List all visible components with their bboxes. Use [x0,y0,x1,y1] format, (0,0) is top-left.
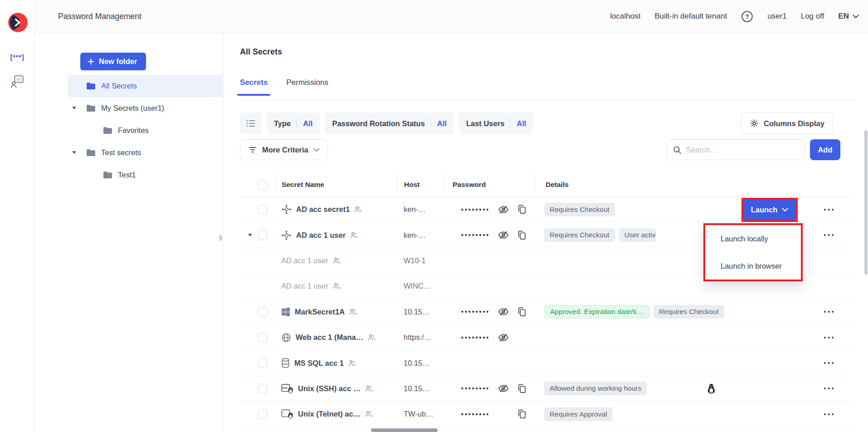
eye-off-icon[interactable] [498,332,509,343]
list-view-button[interactable] [240,113,262,134]
row-more-actions-button[interactable] [822,205,835,214]
sidebar-folder-test1[interactable]: Test1 [68,164,223,186]
new-folder-button[interactable]: New folder [80,53,146,70]
rail-passwords-icon[interactable]: [***] [0,53,34,61]
chevron-down-icon [782,208,788,212]
columns-display-button[interactable]: Columns Display [741,113,833,134]
folder-icon [103,171,112,179]
status-badge: User activ [619,228,656,242]
folder-icon [86,104,96,112]
copy-password-button[interactable] [517,204,527,215]
table-header: Secret Name Host Password Details [240,173,851,197]
people-icon [333,257,341,264]
secret-name[interactable]: Web acc 1 (Mana… [296,333,363,342]
filter-value: All [303,119,312,128]
row-more-actions-button[interactable] [822,410,835,419]
row-expand-caret[interactable] [248,233,253,237]
table-row: Web acc 1 (Mana…https:/…•••••••• [240,325,851,350]
more-criteria-button[interactable]: More Criteria [240,139,328,160]
select-all-checkbox[interactable] [258,180,268,190]
filter-type[interactable]: TypeAll [267,113,320,134]
sidebar-folder-my-secrets-user1[interactable]: My Secrets (user1) [68,97,223,119]
secret-name[interactable]: AD acc 1 user [296,231,346,240]
column-header-secret-name: Secret Name [275,173,397,196]
row-more-actions-button[interactable] [822,231,835,240]
row-more-actions-button[interactable] [822,358,835,368]
tab-permissions[interactable]: Permissions [286,78,328,87]
logoff-button[interactable]: Log off [801,12,824,21]
menu-item-launch-in-browser[interactable]: Launch in browser [705,252,801,280]
secret-name[interactable]: AD acc secret1 [296,205,350,214]
reveal-password-button[interactable] [498,230,509,241]
copy-icon[interactable] [517,307,527,317]
secret-name[interactable]: Unix (Telnet) ac… [298,410,361,418]
row-more-actions-button[interactable] [822,384,835,393]
add-secret-button[interactable]: Add [810,139,840,160]
language-selector[interactable]: EN [838,12,859,21]
people-icon [349,309,357,315]
help-button[interactable]: ? [741,10,753,23]
row-checkbox[interactable] [258,205,268,214]
copy-password-button[interactable] [517,230,527,241]
caret-down-icon[interactable] [248,233,253,237]
secret-name[interactable]: MarkSecret1A [295,308,345,316]
host-value: 10.15… [397,384,443,393]
tab-secrets[interactable]: Secrets [240,78,268,87]
caret-down-icon[interactable] [72,106,77,110]
copy-icon[interactable] [517,230,527,241]
row-checkbox[interactable] [258,333,268,342]
current-user[interactable]: user1 [767,12,787,21]
copy-icon[interactable] [517,383,527,394]
table-row: sshUnix (SSH) acc …10.15…••••••••Allowed… [240,376,851,402]
copy-password-button[interactable] [517,409,527,419]
caret-down-icon[interactable] [72,151,77,154]
row-checkbox[interactable] [258,384,268,393]
copy-icon[interactable] [517,204,527,215]
row-checkbox[interactable] [258,231,268,240]
reveal-password-button[interactable] [498,383,509,394]
launch-annotation-box: Launch [741,198,798,222]
sidebar-folder-test-secrets[interactable]: Test secrets [68,142,223,164]
column-header-host: Host [397,173,443,196]
reveal-password-button[interactable] [498,306,509,317]
filter-value: All [437,119,447,128]
folder-label: Test secrets [101,148,141,157]
copy-password-button[interactable] [517,383,527,394]
launch-button[interactable]: Launch [743,200,796,220]
folder-icon [86,149,96,157]
row-checkbox[interactable] [258,358,268,368]
row-more-actions-button[interactable] [822,307,835,316]
sidebar-folder-favorites[interactable]: Favorites [68,119,223,142]
filter-password-rotation-status[interactable]: Password Rotation StatusAll [325,113,454,134]
rail-discovery-icon[interactable]: o? [0,75,34,88]
row-more-actions-button[interactable] [822,333,835,342]
eye-off-icon[interactable] [498,230,509,241]
eye-off-icon[interactable] [498,383,509,394]
top-bar: Password Management localhost Built-in d… [35,0,868,33]
eye-off-icon[interactable] [498,204,509,215]
svg-text:?: ? [746,13,749,20]
reveal-password-button[interactable] [498,332,509,343]
copy-icon[interactable] [517,409,527,419]
sidebar-folder-all-secrets[interactable]: All Secrets [68,75,223,97]
row-checkbox[interactable] [258,307,268,317]
filter-last-users[interactable]: Last UsersAll [459,113,533,134]
windows-icon [281,307,290,316]
more-actions-icon [823,387,834,390]
vertical-scrollbar-thumb[interactable] [864,130,868,275]
row-checkbox[interactable] [258,409,268,419]
ad-secret-icon [281,230,292,241]
reveal-password-button[interactable] [498,204,509,215]
linux-penguin-icon [707,383,716,394]
sidebar-resize-handle[interactable]: ‖ [219,234,224,244]
horizontal-scrollbar-thumb[interactable] [371,428,438,432]
secret-name[interactable]: Unix (SSH) acc … [298,384,361,393]
copy-password-button[interactable] [517,307,527,317]
secret-name[interactable]: MS SQL acc 1 [294,359,344,368]
launch-dropdown-menu: Launch locally Launch in browser [703,223,803,281]
eye-off-icon[interactable] [498,306,509,317]
app-logo [8,13,28,32]
search-input[interactable] [686,146,799,154]
menu-item-launch-locally[interactable]: Launch locally [705,225,801,252]
globe-icon [281,333,291,343]
